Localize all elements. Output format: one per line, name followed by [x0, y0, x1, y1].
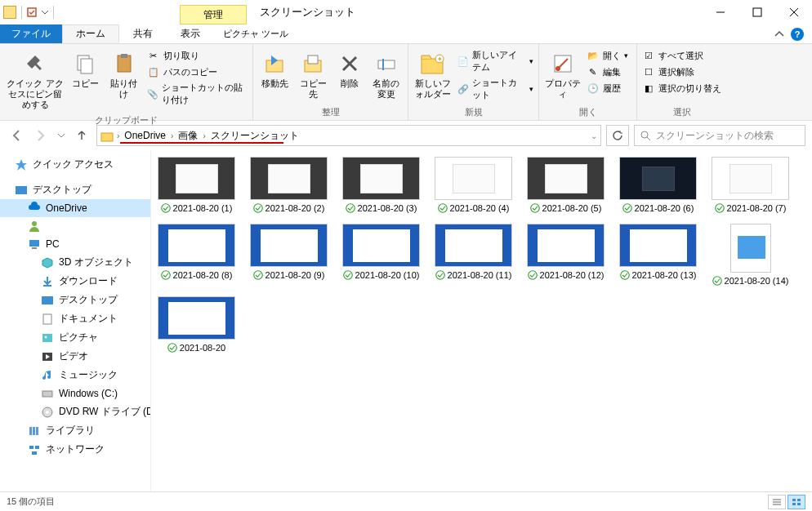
nav-videos[interactable]: ビデオ — [0, 347, 150, 366]
folder-icon — [100, 129, 114, 142]
minimize-button[interactable] — [702, 0, 738, 24]
breadcrumb-seg-1[interactable]: OneDrive — [123, 130, 167, 141]
paste-shortcut-button[interactable]: 📎ショートカットの貼り付け — [147, 82, 248, 106]
delete-button[interactable]: 削除 — [334, 47, 364, 103]
address-dropdown-icon[interactable]: ⌄ — [591, 131, 597, 140]
nav-music[interactable]: ミュージック — [0, 366, 150, 384]
help-icon[interactable]: ? — [791, 28, 804, 41]
status-item-count: 15 個の項目 — [7, 495, 55, 508]
file-tile[interactable]: 2021-08-20 (8) — [158, 224, 235, 287]
file-tile[interactable]: 2021-08-20 (9) — [250, 224, 328, 287]
file-tile[interactable]: 2021-08-20 (13) — [619, 224, 697, 287]
svg-rect-36 — [29, 427, 32, 435]
history-button[interactable]: 🕒履歴 — [587, 82, 631, 95]
file-tile[interactable]: 2021-08-20 (14) — [712, 224, 789, 287]
file-tile[interactable]: 2021-08-20 (1) — [158, 157, 235, 214]
close-button[interactable] — [775, 0, 812, 24]
select-none-button[interactable]: ☐選択解除 — [642, 65, 722, 78]
file-name: 2021-08-20 — [180, 343, 225, 353]
new-folder-button[interactable]: ✦ 新しいフォルダー — [413, 47, 453, 103]
nav-3d-objects[interactable]: 3D オブジェクト — [0, 253, 150, 272]
svg-text:✦: ✦ — [437, 56, 443, 63]
rename-button[interactable]: 名前の変更 — [369, 47, 403, 103]
svg-line-23 — [647, 137, 650, 140]
new-item-button[interactable]: 📄新しいアイテム▾ — [457, 49, 533, 73]
pin-to-quickaccess-button[interactable]: クイック アクセスにピン留めする — [5, 47, 65, 111]
breadcrumb-seg-2[interactable]: 画像 — [176, 129, 199, 143]
tab-home[interactable]: ホーム — [62, 24, 119, 43]
tab-file[interactable]: ファイル — [0, 24, 62, 43]
nav-user[interactable] — [0, 217, 150, 235]
svg-rect-41 — [32, 451, 37, 455]
tab-picture-tools[interactable]: ピクチャ ツール — [214, 24, 297, 43]
properties-button[interactable]: プロパティ — [544, 47, 582, 103]
svg-rect-11 — [308, 56, 318, 64]
select-all-button[interactable]: ☑すべて選択 — [642, 49, 722, 62]
forward-button[interactable] — [31, 126, 51, 145]
nav-pc[interactable]: PC — [0, 235, 150, 253]
copyto-button[interactable]: コピー先 — [297, 47, 330, 103]
recent-locations-button[interactable] — [56, 126, 67, 145]
tab-share[interactable]: 共有 — [119, 24, 167, 43]
nav-dvd-drive[interactable]: DVD RW ドライブ (D — [0, 402, 150, 421]
nav-quick-access[interactable]: クイック アクセス — [0, 155, 150, 174]
svg-point-54 — [620, 271, 629, 280]
file-name: 2021-08-20 (6) — [635, 203, 694, 214]
search-input[interactable]: スクリーンショットの検索 — [634, 125, 805, 146]
file-tile[interactable]: 2021-08-20 (12) — [527, 224, 605, 287]
nav-documents[interactable]: ドキュメント — [0, 309, 150, 328]
view-thumbnails-button[interactable] — [787, 495, 805, 509]
paste-button[interactable]: 貼り付け — [106, 47, 142, 111]
svg-point-42 — [161, 204, 170, 213]
view-details-button[interactable] — [768, 495, 786, 509]
context-tab-manage[interactable]: 管理 — [180, 5, 247, 24]
svg-point-49 — [161, 271, 170, 280]
file-tile[interactable]: 2021-08-20 (6) — [619, 157, 697, 214]
address-bar[interactable]: › OneDrive › 画像 › スクリーンショット ⌄ — [96, 125, 601, 146]
file-tile[interactable]: 2021-08-20 (10) — [342, 224, 420, 287]
file-tile[interactable]: 2021-08-20 — [158, 296, 235, 353]
refresh-button[interactable] — [606, 125, 629, 146]
nav-c-drive[interactable]: Windows (C:) — [0, 384, 150, 402]
open-button[interactable]: 📂開く▾ — [587, 49, 631, 62]
file-tile[interactable]: 2021-08-20 (11) — [435, 224, 512, 287]
file-tile[interactable]: 2021-08-20 (3) — [342, 157, 420, 214]
nav-onedrive[interactable]: OneDrive — [0, 199, 150, 217]
file-tile[interactable]: 2021-08-20 (2) — [250, 157, 328, 214]
file-list[interactable]: 2021-08-20 (1)2021-08-20 (2)2021-08-20 (… — [151, 150, 812, 491]
svg-point-47 — [622, 204, 631, 213]
svg-point-20 — [555, 66, 560, 71]
new-shortcut-button[interactable]: 🔗ショートカット▾ — [457, 77, 533, 101]
file-tile[interactable]: 2021-08-20 (7) — [712, 157, 789, 214]
titlebar: 管理 スクリーンショット — [0, 0, 812, 24]
nav-desktop2[interactable]: デスクトップ — [0, 291, 150, 309]
moveto-button[interactable]: 移動先 — [258, 47, 292, 103]
dropdown-icon[interactable] — [42, 9, 48, 16]
file-name: 2021-08-20 (7) — [727, 203, 787, 214]
up-button[interactable] — [72, 126, 91, 145]
checkbox-icon[interactable] — [27, 7, 37, 17]
collapse-ribbon-icon[interactable] — [774, 29, 784, 39]
file-tile[interactable]: 2021-08-20 (4) — [435, 157, 512, 214]
ribbon-tabs: ファイル ホーム 共有 表示 ピクチャ ツール ? — [0, 24, 812, 44]
copy-path-button[interactable]: 📋パスのコピー — [147, 65, 248, 78]
svg-point-48 — [715, 204, 724, 213]
svg-rect-27 — [32, 247, 37, 249]
breadcrumb-seg-3[interactable]: スクリーンショット — [209, 129, 301, 143]
back-button[interactable] — [7, 126, 26, 145]
nav-desktop[interactable]: デスクトップ — [0, 180, 150, 199]
system-menu-icon[interactable] — [3, 6, 16, 19]
nav-pictures[interactable]: ピクチャ — [0, 328, 150, 347]
file-tile[interactable]: 2021-08-20 (5) — [527, 157, 605, 214]
nav-downloads[interactable]: ダウンロード — [0, 272, 150, 291]
tab-view[interactable]: 表示 — [167, 24, 214, 43]
nav-network[interactable]: ネットワーク — [0, 440, 150, 459]
edit-button[interactable]: ✎編集 — [587, 65, 631, 78]
invert-selection-button[interactable]: ◧選択の切り替え — [642, 82, 722, 95]
svg-point-22 — [641, 131, 648, 138]
copy-button[interactable]: コピー — [70, 47, 101, 111]
maximize-button[interactable] — [738, 0, 775, 24]
nav-libraries[interactable]: ライブラリ — [0, 421, 150, 440]
navigation-pane[interactable]: クイック アクセス デスクトップ OneDrive PC 3D オブジェクト ダ… — [0, 150, 151, 491]
cut-button[interactable]: ✂切り取り — [147, 49, 248, 62]
